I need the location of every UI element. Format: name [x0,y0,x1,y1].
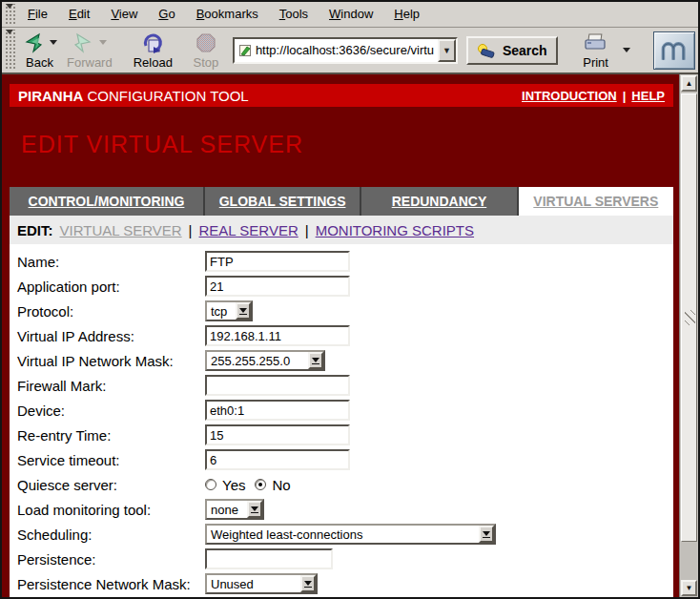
select-dropdown-icon [236,302,251,320]
stop-button[interactable]: Stop [185,31,227,71]
search-label: Search [503,43,547,58]
reload-button[interactable]: Reload [129,31,177,71]
app-title-rest: CONFIGURATION TOOL [88,88,249,104]
name-input[interactable] [205,251,350,272]
form-row: Virtual IP Address: [17,323,673,348]
menu-tools[interactable]: Tools [269,2,319,27]
subnav-separator: | [189,222,193,238]
menu-view[interactable]: View [100,2,148,27]
form-row: Persistence Network Mask: Unused [17,571,673,596]
mozilla-m-icon [659,37,690,64]
url-input[interactable] [256,39,434,62]
select-value: Weighted least-connections [207,527,479,542]
quiesce-no-label[interactable]: No [272,477,290,493]
form-row: Quiesce server: Yes No [17,472,673,497]
form-row: Name: [17,249,673,274]
app-title: PIRANHA CONFIGURATION TOOL [18,88,249,104]
print-dropdown-icon[interactable] [623,48,630,52]
back-dropdown-icon[interactable] [50,40,57,45]
select-dropdown-icon [300,575,316,592]
forward-button[interactable]: Forward [62,31,117,71]
select-dropdown-icon [247,501,262,518]
service-timeout-label: Service timeout: [17,452,205,468]
forward-dropdown-icon[interactable] [99,40,107,45]
scrollbar-track[interactable] [681,542,697,580]
back-button[interactable]: Back [17,31,62,71]
quiesce-radio-group: Yes No [205,477,300,493]
subnav-virtual-server-current[interactable]: VIRTUAL SERVER [60,222,182,238]
page-body: PIRANHA CONFIGURATION TOOL INTRODUCTION … [2,74,679,597]
scheduling-select[interactable]: Weighted least-connections [205,524,496,545]
toolbar-grip-handle[interactable] [4,4,15,25]
stop-label: Stop [194,55,219,70]
service-timeout-input[interactable] [205,449,350,470]
back-arrow-icon [22,32,45,53]
menu-bookmarks[interactable]: Bookmarks [186,2,269,27]
menu-help[interactable]: Help [383,2,430,27]
reentry-time-label: Re-entry Time: [17,427,205,444]
forward-label: Forward [67,55,113,70]
firewall-mark-label: Firewall Mark: [17,378,205,394]
print-button[interactable]: Print [575,31,617,71]
mozilla-throbber-logo[interactable] [653,31,695,70]
persistence-input[interactable] [205,548,333,569]
banner-link-separator: | [623,89,627,103]
thumb-grip-icon [685,310,695,325]
reentry-time-input[interactable] [205,424,350,445]
menu-window[interactable]: Window [319,2,383,27]
application-port-input[interactable] [205,276,350,297]
back-label: Back [26,55,53,70]
select-value: 255.255.255.0 [207,354,308,368]
form-row: Virtual IP Network Mask: 255.255.255.0 [17,348,673,373]
persistence-label: Persistence: [17,551,205,568]
introduction-link[interactable]: INTRODUCTION [522,89,617,103]
tab-control-monitoring[interactable]: CONTROL/MONITORING [10,187,205,216]
select-value: none [207,503,247,517]
subnav-separator: | [305,222,309,238]
load-monitoring-select[interactable]: none [205,499,264,520]
bookmark-page-icon [238,44,252,57]
url-dropdown-button[interactable]: ▼ [438,39,456,62]
subnav-real-server-link[interactable]: REAL SERVER [199,222,299,238]
virtual-ip-input[interactable] [205,325,350,346]
firewall-mark-input[interactable] [205,375,350,396]
flashlight-icon [477,42,498,59]
toolbar-grip-handle[interactable] [4,30,15,71]
browser-window: File Edit View Go Bookmarks Tools Window… [0,0,700,599]
form-row: Scheduling: Weighted least-connections [17,522,673,547]
page-title: EDIT VIRTUAL SERVER [21,130,673,158]
stop-icon [195,32,217,53]
quiesce-yes-label[interactable]: Yes [222,477,245,493]
quiesce-yes-radio[interactable] [205,479,216,490]
form-row: Service timeout: [17,447,673,472]
vip-netmask-label: Virtual IP Network Mask: [17,353,205,369]
reload-label: Reload [134,55,173,70]
quiesce-no-radio[interactable] [255,479,266,490]
subnav-monitoring-scripts-link[interactable]: MONITORING SCRIPTS [316,222,474,238]
tab-bar: CONTROL/MONITORING GLOBAL SETTINGS REDUN… [10,187,673,216]
vip-netmask-select[interactable]: 255.255.255.0 [205,350,325,371]
menu-edit[interactable]: Edit [58,2,100,27]
subnav-prefix: EDIT: [17,222,53,238]
scroll-up-button[interactable]: ▲ [681,75,697,92]
tab-redundancy[interactable]: REDUNDANCY [361,187,518,216]
persistence-netmask-select[interactable]: Unused [205,573,318,594]
url-bar: ▼ [233,37,458,64]
form-row: Device: [17,398,673,423]
menu-file[interactable]: File [17,2,58,27]
grip-arrow-icon [6,30,13,34]
tab-virtual-servers[interactable]: VIRTUAL SERVERS [519,187,673,216]
application-port-label: Application port: [17,279,205,295]
reload-icon [141,32,164,53]
device-input[interactable] [205,400,350,421]
protocol-select[interactable]: tcp [205,300,253,321]
menu-go[interactable]: Go [148,2,185,27]
search-button[interactable]: Search [466,36,558,65]
scrollbar-thumb[interactable] [681,93,697,542]
print-label: Print [583,55,608,70]
forward-arrow-icon [72,32,94,53]
help-link[interactable]: HELP [631,89,665,103]
scroll-down-button[interactable]: ▼ [681,580,697,596]
tab-global-settings[interactable]: GLOBAL SETTINGS [205,187,361,216]
scroll-up-icon: ▲ [686,80,693,88]
